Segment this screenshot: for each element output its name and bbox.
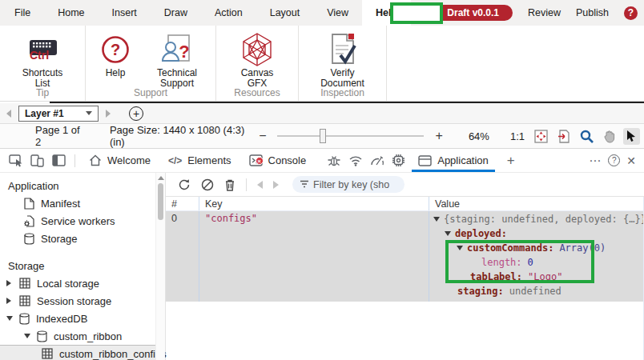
sidebar-section-storage[interactable]: Storage [0, 257, 165, 274]
sidebar-item-storage[interactable]: Storage [0, 230, 165, 247]
menu-item-publish[interactable]: Publish [576, 7, 609, 18]
sidebar-item-manifest[interactable]: Manifest [0, 194, 165, 212]
database-icon [19, 313, 30, 325]
filter-by-key-input[interactable] [313, 179, 403, 190]
zoom-out-icon[interactable]: − [259, 129, 266, 143]
canvas-gfx-logo-icon [240, 31, 274, 68]
sidebar-item-session-storage[interactable]: Session storage [0, 292, 165, 310]
object-preview: {staging: undefined, deployed: {…}} [444, 212, 644, 226]
tab-welcome[interactable]: Welcome [80, 149, 159, 172]
ribbon-group-name: Support [86, 87, 215, 98]
sidebar-item-label: Manifest [41, 198, 80, 210]
menu-item-action[interactable]: Action [201, 0, 256, 26]
collapsed-caret-icon[interactable] [6, 298, 11, 304]
page-indicator: Page 1 of 2 [35, 124, 87, 148]
property-value: Array(0) [559, 241, 606, 255]
help-circle-icon[interactable]: ? [624, 6, 638, 20]
zoom-in-icon[interactable]: + [436, 129, 443, 143]
zoom-slider-handle[interactable] [320, 129, 326, 143]
expanded-caret-icon[interactable] [24, 334, 30, 338]
expanded-caret-icon[interactable] [445, 226, 455, 240]
ribbon-group-resources: Canvas GFX Resources [216, 26, 299, 101]
expanded-caret-icon[interactable] [457, 240, 467, 254]
debugger-bug-icon[interactable] [323, 149, 344, 172]
menu-bar: File Home Insert Draw Action Layout View… [0, 0, 644, 26]
property-key: customCommands: [467, 241, 553, 255]
ribbon-group-support: ? Help ? Technical Support Support [86, 26, 216, 101]
sidebar-section-application[interactable]: Application [0, 177, 165, 194]
value-tree-line: customCommands: Array(0) [432, 241, 644, 255]
inspect-element-icon[interactable] [5, 149, 26, 172]
svg-text:?: ? [179, 42, 189, 62]
layer-select[interactable]: Layer #1 [18, 106, 99, 122]
more-options-icon[interactable]: ⋯ [589, 154, 602, 168]
prev-page-icon[interactable] [257, 181, 263, 189]
menu-item-home[interactable]: Home [44, 0, 98, 26]
sidebar-item-custom-ribbon-configs-selected[interactable]: custom_ribbon_configs [0, 345, 165, 360]
network-wifi-icon[interactable] [344, 149, 366, 172]
sidebar-item-label: Session storage [37, 295, 111, 307]
expanded-caret-icon[interactable] [6, 316, 13, 321]
scrollbar-thumb[interactable] [158, 183, 163, 220]
console-icon: × [249, 154, 263, 166]
ribbon-group-name: Inspection [299, 87, 386, 98]
layer-bar: Layer #1 + [0, 103, 644, 124]
tab-label: Application [437, 154, 489, 166]
performance-gauge-icon[interactable] [366, 149, 388, 172]
add-tab-icon[interactable]: + [497, 149, 525, 172]
code-icon: </> [168, 155, 182, 166]
menu-item-file[interactable]: File [0, 0, 44, 26]
refresh-icon[interactable] [178, 178, 191, 191]
memory-chip-icon[interactable] [388, 149, 409, 172]
next-page-icon[interactable] [273, 181, 279, 189]
devtools-help-icon[interactable]: ? [608, 154, 620, 166]
device-emulation-icon[interactable] [26, 149, 48, 172]
sidebar-item-service-workers[interactable]: Service workers [0, 212, 165, 230]
value-tree-line: staging: undefined [432, 284, 644, 298]
zoom-slider[interactable] [277, 135, 424, 137]
add-layer-icon[interactable]: + [129, 106, 143, 121]
prev-layer-icon[interactable] [6, 110, 11, 118]
scroll-up-icon[interactable] [158, 176, 164, 180]
delete-trash-icon[interactable] [224, 178, 235, 191]
row-value-cell: {staging: undefined, deployed: {…}} depl… [429, 211, 644, 302]
table-header-row: # Key Value [166, 197, 644, 211]
menu-item-insert[interactable]: Insert [99, 0, 151, 26]
pan-hand-icon[interactable] [603, 130, 616, 143]
dock-side-icon[interactable] [48, 149, 70, 172]
table-row[interactable]: 0 "configs" {staging: undefined, deploye… [166, 211, 644, 302]
sidebar-item-label: Service workers [41, 215, 115, 227]
tab-console[interactable]: × Console [240, 149, 316, 172]
next-layer-icon[interactable] [106, 110, 111, 118]
menu-item-view[interactable]: View [313, 0, 362, 26]
sidebar-item-indexeddb[interactable]: IndexedDB [0, 310, 165, 327]
menu-item-layout[interactable]: Layout [256, 0, 314, 26]
menu-item-review[interactable]: Review [528, 7, 561, 18]
collapsed-caret-icon[interactable] [6, 280, 11, 286]
tab-elements[interactable]: </> Elements [159, 149, 240, 172]
zoom-level[interactable]: 64% [469, 130, 489, 142]
devtools-body: Application Manifest Service [0, 173, 644, 360]
clear-all-icon[interactable] [201, 178, 214, 191]
sidebar-scrollbar[interactable] [155, 173, 165, 360]
expanded-caret-icon[interactable] [433, 211, 444, 226]
property-key: tabLabel: [470, 270, 522, 284]
value-tree-line: tabLabel: "Logo" [432, 270, 644, 284]
actual-size-button[interactable]: 1:1 [510, 130, 525, 142]
select-cursor-icon[interactable] [623, 128, 640, 145]
menu-item-draw[interactable]: Draw [151, 0, 201, 26]
ribbon: Ctrl Shortcuts List Tip ? Help ? [0, 26, 644, 102]
zoom-search-icon[interactable] [580, 130, 594, 143]
fit-to-screen-icon[interactable] [534, 130, 548, 143]
sidebar-item-local-storage[interactable]: Local storage [0, 274, 165, 292]
fit-page-icon[interactable] [557, 130, 570, 143]
sidebar-item-custom-ribbon-db[interactable]: custom_ribbon [0, 327, 165, 345]
ribbon-group-name: Tip [0, 87, 85, 98]
key-filter[interactable] [292, 176, 405, 193]
close-icon[interactable]: ✕ [626, 154, 636, 167]
layer-select-value: Layer #1 [25, 108, 64, 119]
draft-version-badge[interactable]: Draft v0.0.1 [433, 5, 513, 21]
table-grid-icon [19, 278, 30, 289]
tab-application[interactable]: Application [409, 149, 497, 172]
tab-label: Console [268, 154, 307, 166]
